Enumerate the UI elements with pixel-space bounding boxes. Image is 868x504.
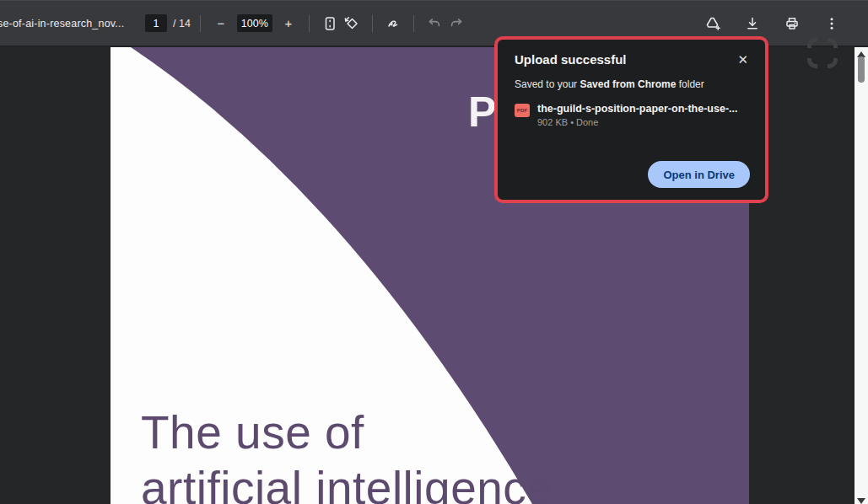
notification-message: Saved to your Saved from Chrome folder	[515, 78, 748, 90]
toolbar-divider	[372, 15, 373, 32]
pen-squiggle-icon	[385, 15, 402, 32]
print-button[interactable]	[781, 13, 803, 35]
page-total-label: / 14	[173, 18, 191, 29]
viewport-corner-marks	[807, 38, 838, 68]
scroll-down-arrow[interactable]	[857, 498, 865, 504]
page-number-input[interactable]: 1	[145, 14, 167, 32]
corner-mark-bottom-left	[807, 58, 817, 68]
rotate-button[interactable]	[341, 13, 363, 35]
zoom-out-button[interactable]: −	[210, 13, 232, 35]
add-to-drive-icon	[704, 14, 722, 33]
kebab-menu-icon	[823, 15, 840, 32]
document-title-line1: The use of	[141, 405, 553, 460]
vertical-scrollbar[interactable]	[855, 47, 868, 504]
corner-mark-top-right	[828, 38, 838, 48]
undo-icon	[426, 15, 443, 32]
uploaded-file-row[interactable]: PDF the-guild-s-position-paper-on-the-us…	[515, 103, 748, 127]
corner-mark-top-left	[807, 38, 817, 48]
file-info: the-guild-s-position-paper-on-the-use-..…	[537, 103, 737, 127]
download-button[interactable]	[741, 13, 763, 35]
fit-to-page-icon	[321, 15, 338, 32]
undo-button[interactable]	[423, 13, 445, 35]
rotate-icon	[343, 15, 360, 32]
download-icon	[744, 15, 761, 32]
toolbar-divider	[200, 15, 201, 32]
document-title: The use of artificial intelligence	[141, 405, 553, 504]
file-meta: 902 KB • Done	[537, 117, 737, 127]
notification-title: Upload successful	[515, 52, 748, 67]
upload-notification-popup: Upload successful ✕ Saved to your Saved …	[494, 36, 768, 203]
document-title-line2: artificial intelligence	[141, 460, 553, 504]
print-icon	[784, 15, 801, 32]
close-icon[interactable]: ✕	[734, 50, 752, 69]
redo-icon	[448, 15, 465, 32]
fit-to-page-button[interactable]	[319, 13, 341, 35]
page-navigation: 1 / 14	[145, 14, 191, 32]
upload-notification-content: Upload successful ✕ Saved to your Saved …	[498, 40, 765, 200]
add-to-drive-button[interactable]	[702, 13, 724, 35]
toolbar-right-actions	[702, 13, 843, 35]
document-heading-fragment: P	[468, 91, 496, 133]
zoom-in-button[interactable]: +	[278, 13, 299, 35]
corner-mark-bottom-right	[828, 58, 838, 68]
redo-button[interactable]	[445, 13, 467, 35]
file-name: the-guild-s-position-paper-on-the-use-..…	[537, 103, 737, 115]
folder-name: Saved from Chrome	[580, 78, 676, 90]
pdf-viewer-window: se-of-ai-in-research_nov... 1 / 14 − 100…	[0, 0, 868, 504]
zoom-level-input[interactable]: 100%	[237, 14, 272, 32]
open-in-drive-button[interactable]: Open in Drive	[648, 161, 750, 188]
scrollbar-thumb[interactable]	[858, 56, 865, 83]
more-options-button[interactable]	[821, 13, 843, 35]
document-filename: se-of-ai-in-research_nov...	[0, 18, 135, 29]
annotate-button[interactable]	[382, 13, 404, 35]
toolbar-divider	[413, 15, 414, 32]
pdf-file-icon: PDF	[515, 104, 530, 117]
toolbar-divider	[309, 15, 310, 32]
